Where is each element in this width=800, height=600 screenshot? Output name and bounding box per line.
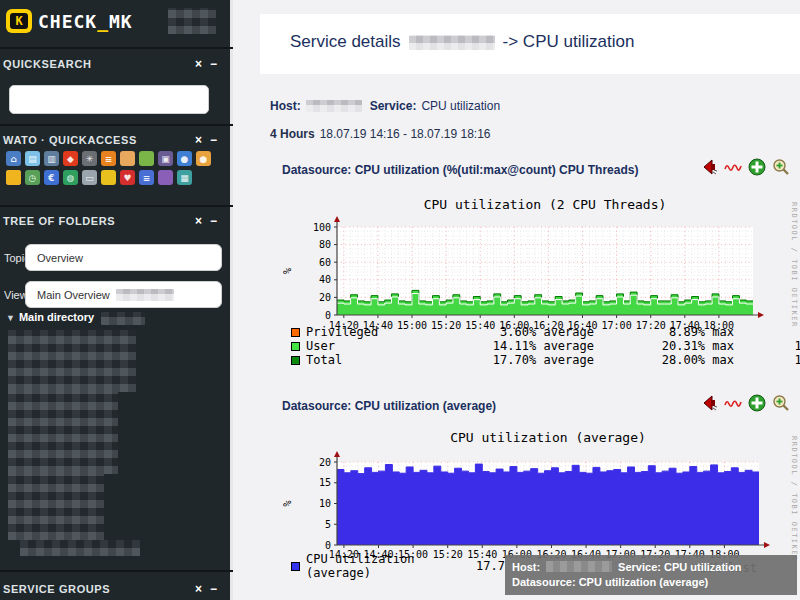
host-name-redacted — [409, 35, 495, 50]
svg-text:CPU utilization (2 CPU Threads: CPU utilization (2 CPU Threads) — [424, 197, 667, 212]
divider — [0, 570, 233, 572]
svg-text:80: 80 — [319, 239, 331, 250]
add-to-collection-icon[interactable] — [748, 394, 766, 412]
extensions-icon[interactable] — [139, 151, 154, 166]
host-tags-icon[interactable]: ◆ — [63, 151, 78, 166]
directory-name-redacted — [101, 312, 145, 325]
host-tree-icon[interactable]: € — [44, 170, 59, 185]
svg-text:10: 10 — [319, 498, 331, 509]
svg-text:100: 100 — [313, 222, 331, 233]
contact-groups-icon[interactable]: ● — [196, 151, 211, 166]
main-directory-node[interactable]: ▼Main directory — [6, 311, 145, 325]
sidebar: K CHECK_MK QUICKSEARCH ×− WATO · QUICKAC… — [0, 0, 233, 600]
legend-row-cpu-average: CPU utilization (average) 17.7 — [291, 559, 505, 573]
service-groups-title: SERVICE GROUPS — [3, 583, 110, 595]
legend-row-user: User 14.11% average 20.31% max 11.92% la… — [291, 339, 800, 353]
topic-select[interactable]: Overview — [25, 244, 222, 271]
global-settings-icon[interactable]: ✳ — [82, 151, 97, 166]
username-redacted — [168, 8, 216, 34]
rrdtool-watermark: RRDTOOL / TOBI OETIKER — [786, 202, 798, 332]
checkmk-service-details-page: K CHECK_MK QUICKSEARCH ×− WATO · QUICKAC… — [0, 0, 800, 600]
tree-expand-caret-icon[interactable]: ▼ — [6, 313, 15, 323]
service-groups-minimize-button[interactable]: − — [210, 582, 217, 596]
sound-alert-icon[interactable] — [700, 394, 718, 412]
service-groups-close-button[interactable]: × — [195, 582, 202, 596]
graph-actions-2 — [700, 394, 790, 412]
svg-text:CPU utilization (average): CPU utilization (average) — [450, 430, 646, 445]
tooltip-host-redacted — [546, 561, 612, 572]
cpu-average-swatch — [291, 562, 300, 571]
snapin-quicksearch-header: QUICKSEARCH ×− — [0, 56, 233, 74]
hosts-file-icon[interactable]: ▤ — [25, 151, 40, 166]
service-label: Service: — [370, 99, 417, 113]
rrdtool-watermark: RRDTOOL / TOBI OETIKER — [786, 436, 798, 566]
user-swatch — [291, 342, 300, 351]
tooltip-line-1: Host:Service: CPU utilization — [512, 559, 790, 574]
logo-text: CHECK_MK — [38, 11, 133, 32]
datasource-label-1: Datasource: CPU utilization (%(util:max@… — [282, 163, 638, 177]
quicksearch-minimize-button[interactable]: − — [210, 57, 217, 71]
tree-of-folders-title: TREE OF FOLDERS — [3, 215, 115, 227]
snapin-quickaccess-header: WATO · QUICKACCESS ×− — [0, 132, 233, 150]
checkmk-logo-icon: K — [6, 9, 32, 33]
quickaccess-minimize-button[interactable]: − — [210, 133, 217, 147]
svg-text:40: 40 — [319, 274, 331, 285]
svg-text:5: 5 — [325, 519, 331, 530]
timeperiods-icon[interactable]: ◷ — [25, 170, 40, 185]
passwords-icon[interactable] — [101, 170, 116, 185]
tree-minimize-button[interactable]: − — [210, 214, 217, 228]
graph-hover-tooltip: Host:Service: CPU utilization Datasource… — [505, 555, 797, 595]
timerange-line: 4 Hours 18.07.19 14:16 - 18.07.19 18:16 — [270, 127, 491, 141]
tree-close-button[interactable]: × — [195, 214, 202, 228]
main-directory-icon[interactable]: ⌂ — [6, 151, 21, 166]
folder-tree-redacted — [8, 330, 136, 392]
quicksearch-input[interactable] — [9, 85, 209, 114]
snapin-tree-of-folders-header: TREE OF FOLDERS ×− — [0, 213, 233, 231]
backup-icon[interactable]: ▭ — [82, 170, 97, 185]
svg-text:20: 20 — [319, 292, 331, 303]
quickaccess-icon-row-2: ◷€◍▭♥≡▦ — [4, 168, 230, 187]
tooltip-line-2: Datasource: CPU utilization (average) — [512, 574, 790, 589]
divider — [0, 47, 233, 49]
sound-alert-icon[interactable] — [700, 158, 718, 176]
notifications-icon[interactable] — [6, 170, 21, 185]
graph-line-icon[interactable] — [724, 396, 742, 410]
folder-tree-redacted — [8, 474, 104, 540]
total-swatch — [291, 356, 300, 365]
divider — [0, 124, 233, 126]
sites-icon[interactable]: ◍ — [63, 170, 78, 185]
rule-settings-icon[interactable]: ≡ — [101, 151, 116, 166]
zoom-icon[interactable] — [772, 394, 790, 412]
pattern-editor-icon[interactable]: ▦ — [177, 170, 192, 185]
view-select[interactable]: Main Overview — [25, 281, 222, 308]
host-monitor-icon[interactable]: ▥ — [44, 151, 59, 166]
users-icon[interactable]: ● — [177, 151, 192, 166]
manual-checks-icon[interactable] — [120, 151, 135, 166]
quicksearch-close-button[interactable]: × — [195, 57, 202, 71]
svg-text:60: 60 — [319, 257, 331, 268]
analyze-config-icon[interactable]: ♥ — [120, 170, 135, 185]
quicksearch-title: QUICKSEARCH — [3, 58, 92, 70]
page-title: Service details -> CPU utilization — [290, 32, 634, 52]
add-to-collection-icon[interactable] — [748, 158, 766, 176]
svg-text:0: 0 — [325, 310, 331, 321]
quickaccess-title: WATO · QUICKACCESS — [3, 134, 137, 146]
host-label: Host: — [270, 99, 301, 113]
zoom-icon[interactable] — [772, 158, 790, 176]
svg-text:%: % — [283, 500, 293, 506]
host-service-line: Host: Service: CPU utilization — [270, 99, 500, 113]
timerange-value: 18.07.19 14:16 - 18.07.19 18:16 — [320, 127, 491, 141]
quickaccess-close-button[interactable]: × — [195, 133, 202, 147]
audit-log-icon[interactable]: ≡ — [139, 170, 154, 185]
svg-text:15: 15 — [319, 477, 331, 488]
view-value-redacted — [116, 289, 174, 301]
sidebar-logo[interactable]: K CHECK_MK — [0, 0, 233, 46]
icons-lab-icon[interactable] — [158, 170, 173, 185]
host-name-redacted — [306, 100, 362, 112]
page-header-card: Service details -> CPU utilization — [260, 14, 800, 74]
graph-line-icon[interactable] — [724, 160, 742, 174]
service-value: CPU utilization — [421, 99, 500, 113]
privileged-swatch — [291, 328, 300, 337]
svg-text:%: % — [283, 268, 293, 274]
host-groups-icon[interactable]: ▣ — [158, 151, 173, 166]
